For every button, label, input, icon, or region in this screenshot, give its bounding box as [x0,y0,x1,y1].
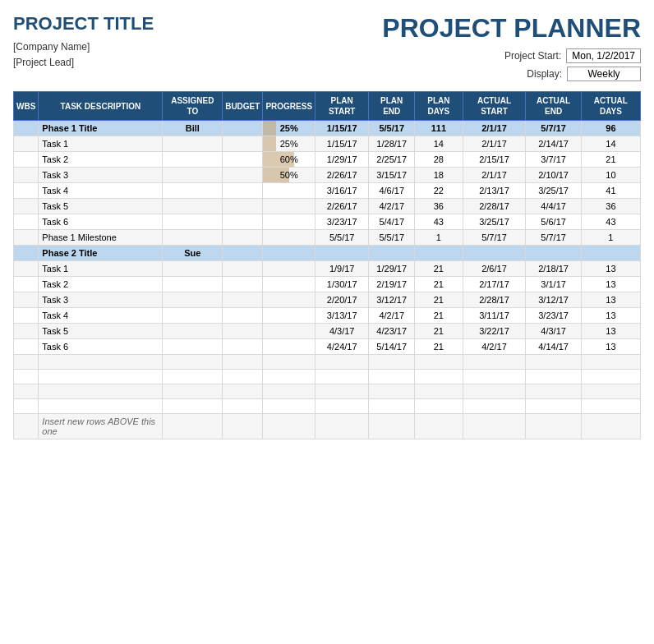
cell-plan-end[interactable]: 5/5/17 [369,121,415,136]
cell-budget[interactable] [223,168,263,183]
cell-plan-start[interactable]: 2/20/17 [315,292,369,308]
cell-actual-end[interactable]: 3/25/17 [526,183,581,199]
cell-actual-start[interactable] [463,246,526,261]
cell-budget[interactable] [223,292,263,308]
cell-wbs[interactable] [14,152,39,168]
cell-budget[interactable] [223,183,263,199]
cell-plan-end[interactable]: 5/14/17 [369,339,415,355]
cell-budget[interactable] [223,261,263,277]
cell-plan-start[interactable] [315,246,369,261]
cell-actual-end[interactable]: 5/6/17 [526,214,581,230]
cell-assigned[interactable] [163,339,223,355]
cell-budget[interactable] [223,277,263,292]
project-start-value[interactable]: Mon, 1/2/2017 [566,48,641,63]
cell-actual-start[interactable]: 2/28/17 [463,292,526,308]
cell-actual-start[interactable]: 2/1/17 [463,121,526,136]
cell-plan-end[interactable]: 3/15/17 [369,168,415,183]
cell-plan-days[interactable]: 21 [415,308,463,324]
cell-plan-start[interactable]: 1/9/17 [315,261,369,277]
cell-progress[interactable] [263,261,315,277]
cell-task[interactable]: Task 1 [39,136,163,152]
cell-plan-start[interactable]: 1/15/17 [315,121,369,136]
cell-assigned[interactable] [163,183,223,199]
cell-task[interactable]: Task 3 [39,292,163,308]
cell-actual-days[interactable]: 13 [581,339,640,355]
cell-plan-days[interactable]: 28 [415,152,463,168]
cell-budget[interactable] [223,230,263,246]
cell-actual-days[interactable]: 13 [581,277,640,292]
cell-task[interactable]: Task 4 [39,308,163,324]
cell-plan-days[interactable]: 43 [415,214,463,230]
cell-progress[interactable] [263,339,315,355]
cell-plan-days[interactable]: 14 [415,136,463,152]
display-value[interactable]: Weekly [567,67,641,81]
cell-actual-end[interactable]: 5/7/17 [526,121,581,136]
cell-progress[interactable] [263,324,315,339]
cell-actual-end[interactable]: 2/10/17 [526,168,581,183]
cell-actual-start[interactable]: 2/13/17 [463,183,526,199]
cell-task[interactable]: Task 4 [39,183,163,199]
cell-plan-end[interactable]: 2/19/17 [369,277,415,292]
cell-wbs[interactable] [14,214,39,230]
cell-plan-end[interactable]: 3/12/17 [369,292,415,308]
cell-wbs[interactable] [14,292,39,308]
cell-wbs[interactable] [14,308,39,324]
cell-plan-end[interactable]: 4/2/17 [369,199,415,214]
cell-plan-end[interactable]: 1/29/17 [369,261,415,277]
cell-plan-end[interactable]: 1/28/17 [369,136,415,152]
cell-plan-start[interactable]: 2/26/17 [315,199,369,214]
cell-progress[interactable]: 60% [263,152,315,168]
cell-actual-end[interactable]: 3/23/17 [526,308,581,324]
cell-actual-days[interactable]: 96 [581,121,640,136]
cell-plan-days[interactable]: 21 [415,324,463,339]
cell-actual-end[interactable]: 4/4/17 [526,199,581,214]
cell-task[interactable]: Task 6 [39,339,163,355]
cell-wbs[interactable] [14,246,39,261]
cell-actual-days[interactable]: 36 [581,199,640,214]
cell-plan-days[interactable]: 1 [415,230,463,246]
cell-task[interactable]: Task 5 [39,199,163,214]
cell-budget[interactable] [223,121,263,136]
cell-progress[interactable] [263,308,315,324]
cell-wbs[interactable] [14,261,39,277]
cell-task[interactable]: Phase 1 Title [39,121,163,136]
cell-plan-days[interactable]: 21 [415,277,463,292]
cell-task[interactable]: Phase 1 Milestone [39,230,163,246]
cell-wbs[interactable] [14,183,39,199]
cell-plan-days[interactable]: 36 [415,199,463,214]
cell-plan-start[interactable]: 1/30/17 [315,277,369,292]
cell-task[interactable]: Task 1 [39,261,163,277]
cell-assigned[interactable] [163,261,223,277]
cell-actual-days[interactable]: 10 [581,168,640,183]
cell-plan-start[interactable]: 1/29/17 [315,152,369,168]
cell-actual-days[interactable] [581,246,640,261]
cell-wbs[interactable] [14,136,39,152]
cell-actual-end[interactable]: 3/1/17 [526,277,581,292]
cell-wbs[interactable] [14,230,39,246]
cell-actual-days[interactable]: 13 [581,261,640,277]
cell-plan-end[interactable]: 2/25/17 [369,152,415,168]
cell-actual-days[interactable]: 1 [581,230,640,246]
cell-actual-start[interactable]: 2/15/17 [463,152,526,168]
cell-budget[interactable] [223,199,263,214]
cell-actual-days[interactable]: 43 [581,214,640,230]
cell-plan-end[interactable]: 4/2/17 [369,308,415,324]
cell-plan-start[interactable]: 4/24/17 [315,339,369,355]
cell-plan-end[interactable]: 4/23/17 [369,324,415,339]
cell-progress[interactable]: 25% [263,121,315,136]
cell-actual-end[interactable]: 4/3/17 [526,324,581,339]
cell-actual-end[interactable]: 5/7/17 [526,230,581,246]
cell-assigned[interactable] [163,308,223,324]
cell-progress[interactable] [263,183,315,199]
cell-actual-days[interactable]: 13 [581,308,640,324]
cell-plan-start[interactable]: 3/23/17 [315,214,369,230]
cell-plan-days[interactable]: 21 [415,261,463,277]
cell-actual-start[interactable]: 4/2/17 [463,339,526,355]
cell-task[interactable]: Task 2 [39,277,163,292]
cell-budget[interactable] [223,308,263,324]
cell-plan-days[interactable]: 18 [415,168,463,183]
cell-wbs[interactable] [14,339,39,355]
cell-actual-end[interactable]: 2/18/17 [526,261,581,277]
cell-plan-start[interactable]: 4/3/17 [315,324,369,339]
cell-assigned[interactable] [163,152,223,168]
